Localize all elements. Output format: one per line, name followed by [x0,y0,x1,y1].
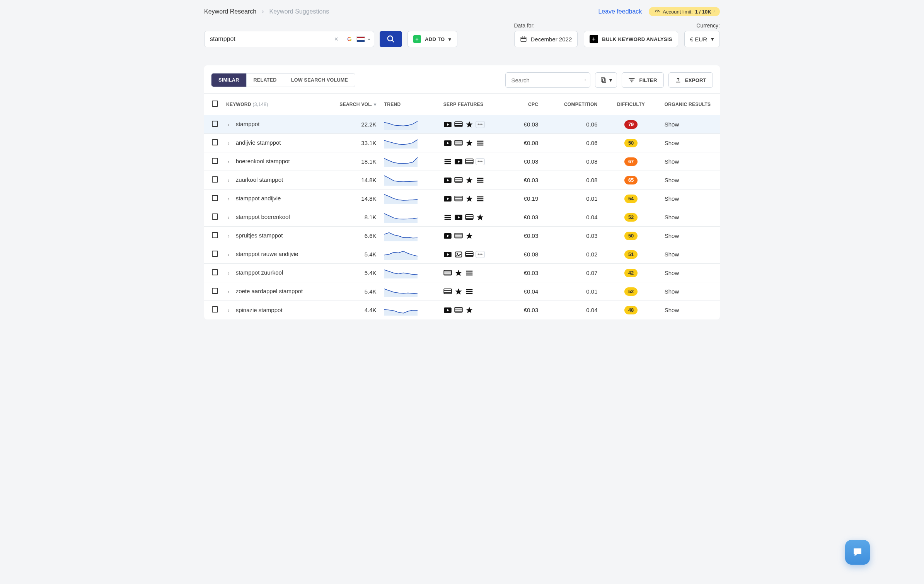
trend-sparkline[interactable] [384,156,436,167]
trend-sparkline[interactable] [384,119,436,130]
serp-star-icon[interactable] [454,270,463,277]
serp-more-icon[interactable]: ••• [476,158,484,165]
keyword-label[interactable]: stamppot zuurkool [236,270,283,276]
expand-row-icon[interactable]: › [226,159,231,165]
trend-sparkline[interactable] [384,249,436,260]
keyword-label[interactable]: stamppot andijvie [236,195,281,202]
tab-related[interactable]: RELATED [247,73,284,87]
col-difficulty[interactable]: DIFFICULTY [617,102,645,107]
table-search-input[interactable] [511,77,585,84]
show-organic-link[interactable]: Show [665,214,679,220]
serp-video-icon[interactable] [443,121,452,128]
expand-row-icon[interactable]: › [226,121,231,128]
add-to-button[interactable]: ＋ ADD TO ▾ [407,31,457,47]
col-organic[interactable]: ORGANIC RESULTS [665,102,711,107]
serp-star-icon[interactable] [454,288,463,295]
serp-star-icon[interactable] [465,177,474,184]
keyword-search-box[interactable]: × ▾ [204,31,374,47]
serp-card-icon[interactable] [465,158,474,165]
serp-card-icon[interactable] [454,140,463,147]
serp-star-icon[interactable] [465,121,474,128]
expand-row-icon[interactable]: › [226,289,231,295]
serp-video-icon[interactable] [443,140,452,147]
expand-row-icon[interactable]: › [226,177,231,183]
show-organic-link[interactable]: Show [665,251,679,258]
serp-card-icon[interactable] [454,195,463,202]
keyword-label[interactable]: spruitjes stamppot [236,232,283,239]
expand-row-icon[interactable]: › [226,233,231,239]
keyword-label[interactable]: zoete aardappel stamppot [236,288,303,295]
serp-video-icon[interactable] [443,232,452,239]
serp-list-icon[interactable] [476,177,484,184]
col-search-vol[interactable]: SEARCH VOL. [339,102,372,107]
serp-list-icon[interactable] [476,195,484,202]
col-cpc[interactable]: CPC [528,102,538,107]
select-all-checkbox[interactable] [212,101,218,107]
serp-card-icon[interactable] [454,121,463,128]
trend-sparkline[interactable] [384,193,436,204]
serp-star-icon[interactable] [465,307,474,314]
trend-sparkline[interactable] [384,286,436,297]
show-organic-link[interactable]: Show [665,307,679,313]
account-limit-badge[interactable]: Account limit: 1 / 10K i [649,7,720,16]
row-checkbox[interactable] [212,195,218,201]
trend-sparkline[interactable] [384,231,436,241]
serp-list-icon[interactable] [465,288,474,295]
show-organic-link[interactable]: Show [665,158,679,165]
row-checkbox[interactable] [212,139,218,145]
breadcrumb-root[interactable]: Keyword Research [204,8,256,15]
serp-star-icon[interactable] [476,214,484,221]
col-keyword[interactable]: KEYWORD [226,102,251,107]
serp-list-icon[interactable] [476,140,484,147]
serp-video-icon[interactable] [454,158,463,165]
expand-row-icon[interactable]: › [226,307,231,313]
trend-sparkline[interactable] [384,305,436,316]
serp-card-icon[interactable] [454,177,463,184]
serp-video-icon[interactable] [443,251,452,258]
keyword-label[interactable]: stamppot [236,121,260,128]
copy-button[interactable]: ▾ [595,72,617,88]
expand-row-icon[interactable]: › [226,196,231,202]
trend-sparkline[interactable] [384,212,436,223]
sort-chevron-icon[interactable]: ▾ [374,102,376,107]
row-checkbox[interactable] [212,213,218,220]
export-button[interactable]: EXPORT [668,72,713,88]
show-organic-link[interactable]: Show [665,195,679,202]
show-organic-link[interactable]: Show [665,270,679,276]
trend-sparkline[interactable] [384,268,436,278]
keyword-input[interactable] [210,36,332,43]
serp-list-icon[interactable] [465,270,474,277]
keyword-label[interactable]: andijvie stamppot [236,140,281,146]
tab-low-volume[interactable]: LOW SEARCH VOLUME [284,73,355,87]
serp-list-icon[interactable] [443,158,452,165]
clear-icon[interactable]: × [332,35,341,43]
date-selector[interactable]: December 2022 [514,31,578,47]
show-organic-link[interactable]: Show [665,288,679,295]
search-engine-select[interactable]: ▾ [347,36,370,43]
row-checkbox[interactable] [212,288,218,294]
expand-row-icon[interactable]: › [226,140,231,146]
row-checkbox[interactable] [212,176,218,183]
row-checkbox[interactable] [212,251,218,257]
row-checkbox[interactable] [212,232,218,238]
keyword-label[interactable]: spinazie stamppot [236,307,283,314]
keyword-label[interactable]: stamppot boerenkool [236,214,290,220]
serp-more-icon[interactable]: ••• [476,251,484,258]
bulk-analysis-button[interactable]: ＋ BULK KEYWORD ANALYSIS [584,31,678,47]
filter-button[interactable]: FILTER [622,72,663,88]
serp-video-icon[interactable] [454,214,463,221]
expand-row-icon[interactable]: › [226,214,231,220]
trend-sparkline[interactable] [384,175,436,186]
show-organic-link[interactable]: Show [665,177,679,183]
keyword-label[interactable]: zuurkool stamppot [236,177,283,183]
expand-row-icon[interactable]: › [226,251,231,258]
serp-more-icon[interactable]: ••• [476,121,484,128]
serp-video-icon[interactable] [443,177,452,184]
serp-card-icon[interactable] [465,251,474,258]
col-trend[interactable]: TREND [384,102,401,107]
serp-card-icon[interactable] [443,270,452,277]
serp-star-icon[interactable] [465,232,474,239]
serp-star-icon[interactable] [465,195,474,202]
serp-card-icon[interactable] [454,232,463,239]
serp-card-icon[interactable] [454,307,463,314]
